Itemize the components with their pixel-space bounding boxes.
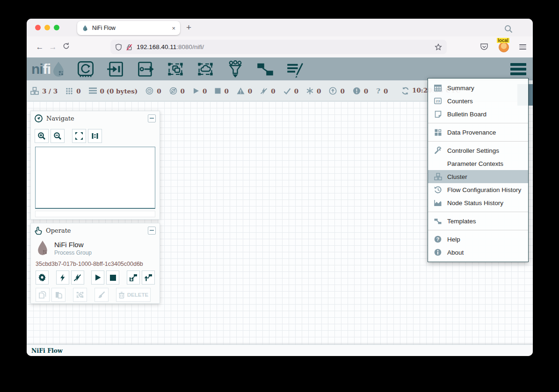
transmitting-icon: [145, 87, 153, 95]
menu-item-help[interactable]: ? Help: [428, 233, 528, 246]
threads-grid-icon: [65, 87, 73, 95]
close-window-button[interactable]: [35, 25, 41, 30]
template-icon: [434, 218, 442, 225]
bookmark-star-icon[interactable]: [435, 43, 442, 51]
up-to-date-status: 0: [283, 87, 298, 95]
menu-item-counters[interactable]: 23 Counters: [428, 94, 528, 107]
minimize-window-button[interactable]: [44, 25, 50, 30]
history-icon: [434, 186, 442, 193]
avatar: [499, 42, 509, 52]
selection-id: 35cbd3b7-017b-1000-8bff-1c3405c00d6b: [31, 257, 160, 267]
menu-item-bulletin-board[interactable]: Bulletin Board: [428, 107, 528, 121]
copy-icon: [38, 291, 47, 299]
counters-icon: 23: [434, 98, 442, 104]
firefox-menu-button[interactable]: [519, 44, 526, 50]
cubes-icon: [434, 173, 442, 180]
refresh-icon: [401, 87, 409, 95]
configure-button[interactable]: [36, 271, 49, 285]
menu-item-node-status-history[interactable]: Node Status History: [428, 196, 528, 209]
brush-icon: [97, 291, 106, 299]
output-port-draggable-icon[interactable]: [137, 60, 154, 78]
trash-icon: [118, 292, 125, 299]
cluster-cubes-icon: [30, 87, 39, 95]
tracking-shield-icon[interactable]: [115, 43, 122, 51]
processor-draggable-icon[interactable]: [77, 60, 94, 78]
fill-color-button[interactable]: [94, 288, 109, 302]
forward-button[interactable]: →: [46, 43, 59, 52]
lightning-slash-icon: [73, 274, 81, 282]
cluster-status: 3 / 3: [30, 87, 58, 95]
nifi-logo: nifi: [31, 61, 66, 78]
menu-item-about[interactable]: About: [428, 246, 528, 259]
remote-process-group-draggable-icon[interactable]: [196, 60, 214, 78]
new-tab-button[interactable]: +: [186, 23, 191, 32]
menu-item-flow-configuration-history[interactable]: Flow Configuration History: [428, 183, 528, 196]
zoom-out-button[interactable]: [51, 129, 65, 143]
zoom-fit-button[interactable]: [72, 129, 86, 143]
input-port-draggable-icon[interactable]: [107, 60, 124, 78]
insecure-lock-icon[interactable]: [126, 43, 133, 51]
collapse-navigate-button[interactable]: [148, 114, 156, 122]
delete-button[interactable]: DELETE: [116, 288, 151, 302]
nifi-global-menu-button[interactable]: [510, 63, 526, 75]
locally-modified-status: 0: [306, 87, 321, 95]
pocket-icon[interactable]: [480, 43, 488, 51]
zoom-actual-size-button[interactable]: [88, 129, 102, 143]
breadcrumb[interactable]: NiFi Flow: [31, 347, 63, 354]
url-bar[interactable]: 192.168.40.11:8080/nifi/: [110, 40, 447, 54]
funnel-draggable-icon[interactable]: [226, 60, 244, 78]
birdseye-slider[interactable]: [35, 211, 155, 217]
disable-button[interactable]: [71, 271, 84, 285]
provenance-icon: [434, 129, 442, 136]
selection-info: NiFi Flow Process Group: [54, 241, 92, 256]
save-template-icon: [129, 273, 138, 282]
zoom-fit-icon: [75, 132, 83, 140]
menu-item-data-provenance[interactable]: Data Provenance: [428, 126, 528, 139]
collapse-operate-button[interactable]: [148, 227, 156, 235]
birdseye-view[interactable]: [35, 147, 155, 209]
stop-button[interactable]: [106, 271, 119, 285]
menu-divider: [428, 212, 528, 212]
menu-item-parameter-contexts[interactable]: Parameter Contexts: [428, 157, 528, 170]
running-play-icon: [193, 87, 199, 94]
refresh-button[interactable]: [401, 87, 409, 97]
queue-list-icon: [89, 87, 97, 94]
tab-close-icon[interactable]: ×: [172, 25, 175, 32]
copy-button[interactable]: [36, 288, 50, 302]
table-icon: [434, 85, 442, 92]
profile-avatar[interactable]: local: [499, 42, 509, 52]
navigate-controls: [31, 125, 160, 146]
browser-tab[interactable]: NiFi Flow ×: [77, 21, 180, 35]
nifi-favicon-icon: [82, 25, 88, 31]
menu-item-summary[interactable]: Summary: [428, 81, 528, 94]
menu-item-cluster[interactable]: Cluster: [428, 170, 528, 183]
back-button[interactable]: ←: [33, 43, 46, 52]
enable-button[interactable]: [56, 271, 69, 285]
menu-item-templates[interactable]: Templates: [428, 214, 528, 228]
zoom-out-icon: [53, 132, 62, 140]
process-group-draggable-icon[interactable]: [167, 60, 184, 78]
label-draggable-icon[interactable]: [286, 60, 304, 78]
save-template-button[interactable]: [127, 271, 140, 285]
paste-button[interactable]: [51, 288, 65, 302]
zoom-in-button[interactable]: [35, 129, 49, 143]
template-draggable-icon[interactable]: [256, 60, 274, 78]
start-button[interactable]: [91, 271, 104, 285]
up-to-date-check-icon: [283, 88, 291, 94]
group-button[interactable]: [73, 288, 87, 302]
menu-item-controller-settings[interactable]: Controller Settings: [428, 144, 528, 157]
area-chart-icon: [434, 200, 442, 207]
upload-template-button[interactable]: [142, 271, 155, 285]
zoom-window-button[interactable]: [54, 25, 59, 30]
stale-arrow-up-icon: [329, 87, 337, 95]
menu-divider: [428, 141, 528, 142]
stop-square-icon: [109, 274, 116, 281]
reload-button[interactable]: [59, 43, 73, 52]
search-icon[interactable]: [504, 25, 513, 35]
about-icon: [434, 249, 442, 256]
breadcrumb-bar: NiFi Flow: [27, 344, 533, 356]
stopped-square-icon: [215, 88, 221, 94]
sync-failure-status: ? 0: [376, 87, 388, 95]
modified-stale-exclamation-icon: [353, 87, 361, 95]
url-text: 192.168.40.11:8080/nifi/: [137, 43, 431, 50]
